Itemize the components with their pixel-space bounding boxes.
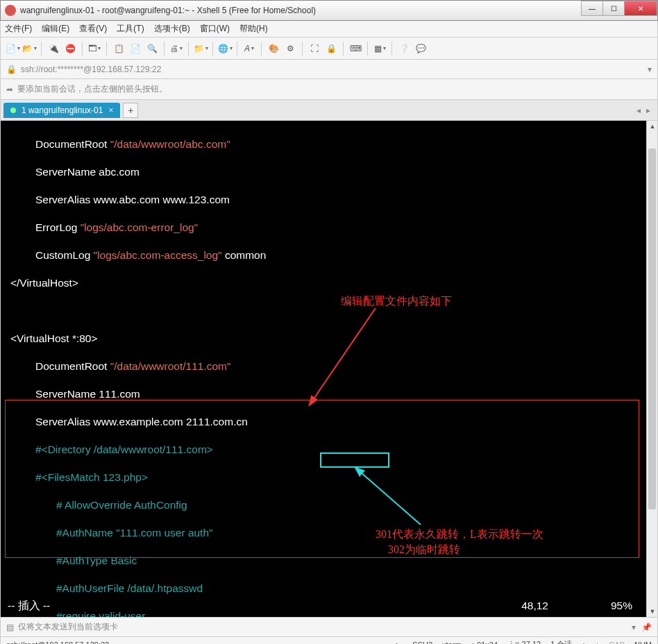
statusbar: ssh://root@192.168.57.129:22 🗝 SSH2 xter… xyxy=(0,637,658,644)
status-address: ssh://root@192.168.57.129:22 xyxy=(6,641,109,645)
tab-label: 1 wangruifenglinux-01 xyxy=(22,105,103,115)
tab-status-icon xyxy=(10,108,16,113)
svg-line-0 xyxy=(313,308,376,400)
scroll-down-icon[interactable]: ▼ xyxy=(647,606,658,617)
menu-view[interactable]: 查看(V) xyxy=(79,23,107,35)
status-ssh-icon: 🗝 xyxy=(395,641,403,645)
reconnect-icon[interactable]: 🔌 xyxy=(47,42,60,55)
color-icon[interactable]: 🎨 xyxy=(267,42,280,55)
tab-prev-icon[interactable]: ◂ xyxy=(636,105,641,115)
transfer-icon[interactable]: 📁 xyxy=(194,42,207,55)
sendbar-text[interactable]: 仅将文本发送到当前选项卡 xyxy=(18,621,118,633)
menu-window[interactable]: 窗口(W) xyxy=(200,23,230,35)
terminal-pane[interactable]: DocumentRoot "/data/wwwroot/abc.com" Ser… xyxy=(0,121,658,618)
copy-icon[interactable]: 📋 xyxy=(112,42,125,55)
tab-close-icon[interactable]: × xyxy=(108,105,113,115)
status-sessions: 1 会话 xyxy=(550,639,572,644)
scrollbar[interactable]: ▲ ▼ xyxy=(646,121,657,617)
status-ssh: SSH2 xyxy=(412,641,432,645)
minimize-button[interactable]: — xyxy=(581,1,603,16)
keyboard-icon[interactable]: ⌨ xyxy=(349,42,362,55)
tab-add-button[interactable]: + xyxy=(123,103,138,118)
titlebar: wangruifenglinux-01 - root@wangruifeng-0… xyxy=(0,0,658,21)
send-icon[interactable]: ▤ xyxy=(6,622,14,632)
globe-icon[interactable]: 🌐 xyxy=(219,42,231,55)
menu-edit[interactable]: 编辑(E) xyxy=(42,23,69,35)
hint-arrow-icon[interactable]: ➦ xyxy=(6,85,13,94)
hint-text: 要添加当前会话，点击左侧的箭头按钮。 xyxy=(17,83,167,95)
toolbar: 📄 📂 🔌 ⛔ 🗔 📋 📄 🔍 🖨 📁 🌐 A 🎨 ⚙ ⛶ 🔒 ⌨ ▦ ❔ 💬 xyxy=(0,37,658,60)
chat-icon[interactable]: 💬 xyxy=(414,42,427,55)
scroll-thumb[interactable] xyxy=(648,149,656,509)
script-icon[interactable]: ⚙ xyxy=(284,42,296,55)
status-term: xterm xyxy=(442,641,462,645)
properties-icon[interactable]: 🗔 xyxy=(88,42,101,55)
status-net-down-icon: ↓ xyxy=(596,641,600,645)
disconnect-icon[interactable]: ⛔ xyxy=(64,42,76,55)
menu-tabs[interactable]: 选项卡(B) xyxy=(154,23,190,35)
sendbar-pin-icon[interactable]: 📌 xyxy=(641,622,652,632)
fullscreen-icon[interactable]: ⛶ xyxy=(308,42,321,55)
layout-icon[interactable]: ▦ xyxy=(373,42,386,55)
window-controls: — ☐ ✕ xyxy=(582,1,657,20)
maximize-button[interactable]: ☐ xyxy=(602,1,625,16)
menu-file[interactable]: 文件(F) xyxy=(5,23,32,35)
status-net-up-icon: ↑ xyxy=(582,641,586,645)
status-rc: 27,12 xyxy=(522,640,541,644)
menu-tools[interactable]: 工具(T) xyxy=(117,23,144,35)
help-icon[interactable]: ❔ xyxy=(398,42,410,55)
status-size: 91x34 xyxy=(477,641,498,645)
paste-icon[interactable]: 📄 xyxy=(129,42,142,55)
find-icon[interactable]: 🔍 xyxy=(146,42,158,55)
hintbar: ➦ 要添加当前会话，点击左侧的箭头按钮。 xyxy=(0,79,658,100)
tabstrip: 1 wangruifenglinux-01 × + ◂ ▸ xyxy=(0,100,658,121)
window-title: wangruifenglinux-01 - root@wangruifeng-0… xyxy=(20,6,582,15)
font-icon[interactable]: A xyxy=(243,42,255,55)
session-tab[interactable]: 1 wangruifenglinux-01 × xyxy=(3,103,120,118)
print-icon[interactable]: 🖨 xyxy=(170,42,183,55)
addressbar: 🔒 ssh://root:********@192.168.57.129:22 … xyxy=(0,60,658,79)
sendbar-dropdown-icon[interactable]: ▾ xyxy=(632,622,636,632)
lock-small-icon: 🔒 xyxy=(6,65,17,74)
scroll-up-icon[interactable]: ▲ xyxy=(647,121,658,132)
status-cap: CAP xyxy=(609,641,625,645)
sendbar: ▤ 仅将文本发送到当前选项卡 ▾ 📌 xyxy=(0,618,658,637)
lock-icon[interactable]: 🔒 xyxy=(325,42,337,55)
menu-help[interactable]: 帮助(H) xyxy=(239,23,268,35)
address-text[interactable]: ssh://root:********@192.168.57.129:22 xyxy=(21,65,161,74)
status-num: NUM xyxy=(634,641,652,645)
vim-status: -- 插入 -- 48,12 95% xyxy=(1,599,646,613)
tab-next-icon[interactable]: ▸ xyxy=(646,105,650,115)
close-button[interactable]: ✕ xyxy=(624,1,657,16)
address-dropdown-icon[interactable]: ▾ xyxy=(648,65,652,74)
new-session-icon[interactable]: 📄 xyxy=(6,42,19,55)
app-icon xyxy=(5,5,16,16)
menubar: 文件(F) 编辑(E) 查看(V) 工具(T) 选项卡(B) 窗口(W) 帮助(… xyxy=(0,21,658,37)
open-icon[interactable]: 📂 xyxy=(23,42,35,55)
